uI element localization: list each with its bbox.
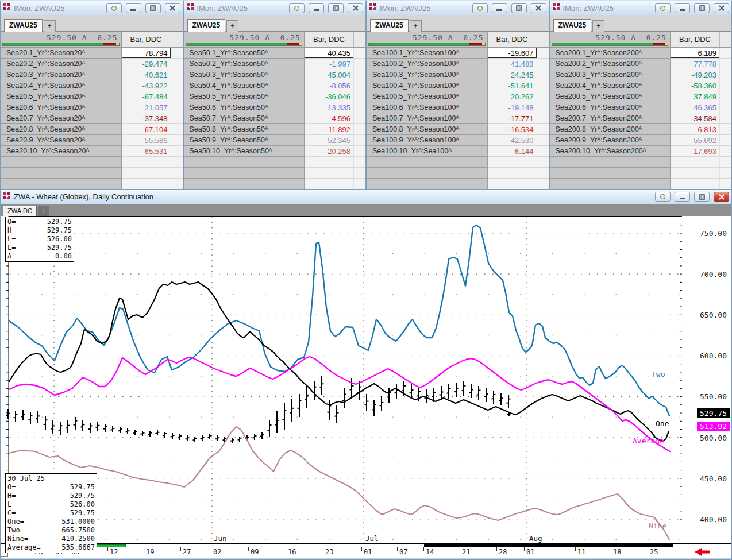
study-value[interactable]: -58.360	[671, 80, 719, 91]
tag-toggle-button[interactable]	[472, 3, 488, 13]
study-value[interactable]: 78.794	[122, 48, 171, 59]
close-button[interactable]	[165, 3, 180, 13]
add-tab-button[interactable]: +	[226, 20, 238, 32]
study-value[interactable]: -6.144	[488, 146, 537, 157]
study-value[interactable]: 65.531	[122, 146, 171, 157]
table-row[interactable]: Sea20.6_Yrᴬ:Season20ᴬ21.057	[1, 102, 183, 113]
table-row[interactable]: Sea200.6_Yrᴬ:Season200ᴬ46.365	[550, 102, 732, 113]
study-value[interactable]: 40.621	[122, 69, 171, 80]
study-value[interactable]: 45.004	[305, 69, 353, 80]
add-tab-button[interactable]: +	[592, 20, 604, 32]
study-value[interactable]: -29.474	[122, 59, 171, 69]
maximize-button[interactable]	[694, 3, 710, 13]
maximize-button[interactable]	[511, 3, 527, 13]
maximize-button[interactable]	[328, 3, 344, 13]
study-value[interactable]: -34.584	[671, 113, 719, 124]
table-row[interactable]: Sea200.3_Yrᴬ:Season200ᴬ-49.203	[550, 69, 732, 80]
study-value[interactable]: 52.345	[305, 135, 353, 146]
study-value[interactable]: -37.348	[122, 113, 171, 124]
table-row[interactable]: Sea20.2_Yrᴬ:Season20ᴬ-29.474	[1, 59, 183, 69]
table-row[interactable]: Sea100.6_Yrᴬ:Season100ᴬ-19.148	[367, 102, 549, 113]
table-row[interactable]: Sea100.8_Yrᴬ:Season100ᴬ-16.534	[367, 124, 549, 135]
price-chart-canvas[interactable]: JunJulAugTwoOneAverageNine	[6, 216, 682, 543]
study-value[interactable]: 6.189	[671, 48, 719, 59]
close-button[interactable]	[714, 3, 729, 13]
table-row[interactable]: Sea50.5_Yrᴬ:Season50ᴬ-36.046	[184, 91, 366, 102]
study-value[interactable]: -51.641	[488, 80, 537, 91]
study-value[interactable]: -20.258	[305, 146, 353, 157]
study-value[interactable]: -17.771	[488, 113, 537, 124]
table-row[interactable]: Sea20.9_Yrᴬ:Season20ᴬ55.586	[1, 135, 183, 146]
table-row[interactable]: Sea50.7_Yrᴬ:Season50ᴬ4.596	[184, 113, 366, 124]
table-row[interactable]: Sea200.9_Yrᴬ:Season200ᴬ55.692	[550, 135, 732, 146]
table-row[interactable]: Sea20.4_Yrᴬ:Season20ᴬ-43.922	[1, 80, 183, 91]
study-value[interactable]: 21.057	[122, 102, 171, 113]
minimize-button[interactable]	[675, 3, 690, 13]
table-row[interactable]: Sea100.10_Yrᴬ:Sea100ᴬ-6.144	[367, 146, 549, 157]
table-row[interactable]: Sea20.10_Yrᴬ:Season20ᴬ65.531	[1, 146, 183, 157]
panel-title-bar[interactable]: IMon: ZWAU25	[184, 1, 366, 15]
table-row[interactable]: Sea100.1_Yrᴬ:Season100ᴬ-19.607	[367, 48, 549, 59]
add-tab-button[interactable]: +	[44, 20, 56, 32]
study-value[interactable]: -43.922	[122, 80, 171, 91]
study-value[interactable]: -19.148	[488, 102, 537, 113]
table-row[interactable]: Sea200.5_Yrᴬ:Season200ᴬ37.849	[550, 91, 732, 102]
table-row[interactable]: Sea20.3_Yrᴬ:Season20ᴬ40.621	[1, 69, 183, 80]
table-row[interactable]: Sea20.1_Yrᴬ:Season20ᴬ78.794	[1, 48, 183, 59]
study-value[interactable]: -11.892	[305, 124, 353, 135]
tab-zwau25[interactable]: ZWAU25	[187, 19, 226, 32]
minimize-button[interactable]	[309, 3, 324, 13]
study-value[interactable]: 42.530	[488, 135, 537, 146]
add-tab-button[interactable]: +	[410, 20, 422, 32]
table-row[interactable]: Sea200.10_Yrᴬ:Season200ᴬ17.693	[550, 146, 732, 157]
table-row[interactable]: Sea50.9_Yrᴬ:Season50ᴬ52.345	[184, 135, 366, 146]
tag-toggle-button[interactable]	[106, 3, 122, 13]
close-button[interactable]	[348, 3, 363, 13]
column-header-bar-ddc[interactable]: Bar, DDC	[121, 32, 171, 47]
tag-toggle-button[interactable]	[289, 3, 305, 13]
study-value[interactable]: -8.056	[305, 80, 353, 91]
table-row[interactable]: Sea50.10_Yrᴬ:Season50ᴬ-20.258	[184, 146, 366, 157]
table-row[interactable]: Sea100.3_Yrᴬ:Season100ᴬ24.245	[367, 69, 549, 80]
column-header-bar-ddc[interactable]: Bar, DDC	[670, 32, 719, 47]
maximize-button[interactable]	[145, 3, 161, 13]
study-value[interactable]: 77.778	[671, 59, 719, 69]
chart-plot-area[interactable]: JunJulAugTwoOneAverageNine 750.00700.006…	[1, 216, 731, 543]
chart-title-bar[interactable]: ZWA - Wheat (Globex), Daily Continuation	[1, 190, 731, 204]
minimize-button[interactable]	[126, 3, 141, 13]
tag-toggle-button[interactable]	[655, 3, 671, 13]
panel-title-bar[interactable]: IMon: ZWAU25	[1, 1, 183, 15]
table-row[interactable]: Sea100.2_Yrᴬ:Season100ᴬ41.483	[367, 59, 549, 69]
restore-button[interactable]	[694, 192, 710, 202]
tag-toggle-button[interactable]	[655, 192, 671, 202]
study-value[interactable]: 46.365	[671, 102, 719, 113]
tab-zwa-dc[interactable]: ZWA,DC	[3, 206, 37, 216]
visible-range-indicator-black[interactable]	[424, 544, 673, 547]
table-row[interactable]: Sea50.8_Yrᴬ:Season50ᴬ-11.892	[184, 124, 366, 135]
table-row[interactable]: Sea20.5_Yrᴬ:Season20ᴬ-67.484	[1, 91, 183, 102]
add-tab-button[interactable]: +	[38, 206, 49, 216]
minimize-button[interactable]	[492, 3, 507, 13]
panel-title-bar[interactable]: IMon: ZWAU25	[550, 1, 732, 15]
panel-title-bar[interactable]: IMon: ZWAU25	[367, 1, 549, 15]
price-axis[interactable]: 750.00700.00650.00600.00550.00500.00450.…	[682, 216, 731, 543]
table-row[interactable]: Sea20.7_Yrᴬ:Season20ᴬ-37.348	[1, 113, 183, 124]
table-row[interactable]: Sea200.1_Yrᴬ:Season200ᴬ6.189	[550, 48, 732, 59]
study-value[interactable]: 24.245	[488, 69, 537, 80]
table-row[interactable]: Sea100.9_Yrᴬ:Season100ᴬ42.530	[367, 135, 549, 146]
table-row[interactable]: Sea50.2_Yrᴬ:Season50ᴬ-1.997	[184, 59, 366, 69]
study-value[interactable]: 55.692	[671, 135, 719, 146]
study-value[interactable]: 6.813	[671, 124, 719, 135]
study-value[interactable]: 20.262	[488, 91, 537, 102]
table-row[interactable]: Sea200.8_Yrᴬ:Season200ᴬ6.813	[550, 124, 732, 135]
study-value[interactable]: -36.046	[305, 91, 353, 102]
table-row[interactable]: Sea200.4_Yrᴬ:Season200ᴬ-58.360	[550, 80, 732, 91]
tab-zwau25[interactable]: ZWAU25	[4, 19, 43, 32]
table-row[interactable]: Sea20.8_Yrᴬ:Season20ᴬ67.104	[1, 124, 183, 135]
study-value[interactable]: 40.435	[305, 48, 353, 59]
study-value[interactable]: 4.596	[305, 113, 353, 124]
study-value[interactable]: 13.335	[305, 102, 353, 113]
column-header-bar-ddc[interactable]: Bar, DDC	[487, 32, 537, 47]
study-value[interactable]: 17.693	[671, 146, 719, 157]
table-row[interactable]: Sea50.1_Yrᴬ:Season50ᴬ40.435	[184, 48, 366, 59]
